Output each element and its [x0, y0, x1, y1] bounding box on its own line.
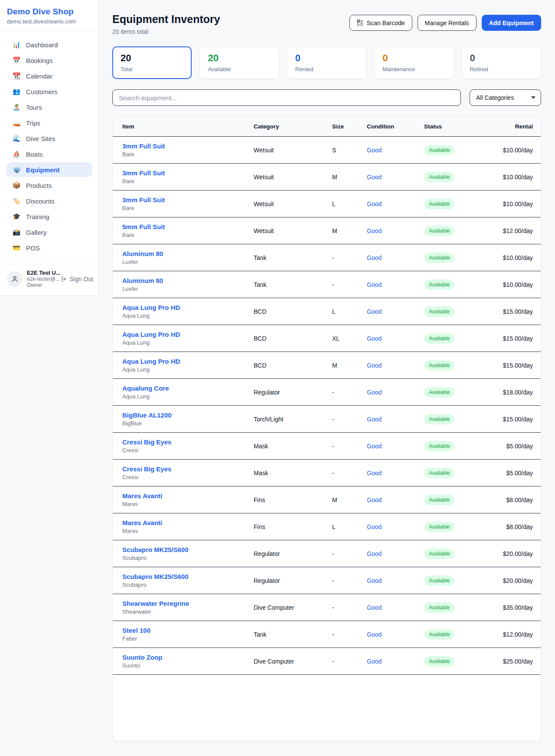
condition-link[interactable]: Good	[357, 147, 415, 154]
item-name-link[interactable]: Aqua Lung Pro HD	[122, 331, 244, 338]
item-name-link[interactable]: Scubapro MK25/S600	[122, 546, 244, 553]
sidebar-item-products[interactable]: 📦 Products	[6, 178, 92, 193]
item-brand: Bare	[122, 205, 244, 211]
item-cell: 3mm Full Suit Bare	[113, 142, 244, 158]
brand-domain: demo.test.divestreams.com	[7, 18, 91, 25]
category-cell: Regulator	[244, 577, 323, 584]
category-select[interactable]: All Categories	[470, 89, 541, 106]
item-name-link[interactable]: Mares Avanti	[122, 492, 244, 500]
condition-link[interactable]: Good	[357, 335, 415, 342]
condition-link[interactable]: Good	[357, 631, 415, 638]
condition-link[interactable]: Good	[357, 416, 415, 423]
sidebar-item-dive-sites[interactable]: 🌊 Dive Sites	[6, 131, 92, 146]
sidebar-item-label: Training	[26, 213, 49, 220]
page: Demo Dive Shop demo.test.divestreams.com…	[0, 0, 555, 756]
table-row: 5mm Full Suit Bare Wetsuit M Good Availa…	[113, 217, 541, 244]
item-name-link[interactable]: Suunto Zoop	[122, 654, 244, 661]
condition-link[interactable]: Good	[357, 389, 415, 396]
item-cell: Cressi Big Eyes Cressi	[113, 438, 244, 454]
manage-rentals-button[interactable]: Manage Rentals	[418, 15, 477, 31]
item-name-link[interactable]: 5mm Full Suit	[122, 223, 244, 230]
main-content: Equipment Inventory 20 items total Scan …	[112, 0, 541, 741]
rental-cell: $5.00/day	[501, 470, 541, 477]
sidebar-item-gallery[interactable]: 📸 Gallery	[6, 225, 92, 240]
item-name-link[interactable]: Steel 100	[122, 627, 244, 634]
condition-link[interactable]: Good	[357, 174, 415, 181]
stat-card-maintenance[interactable]: 0 Maintenance	[374, 46, 454, 79]
sidebar-item-calendar[interactable]: 📆 Calendar	[6, 69, 92, 83]
table-row: Aqua Lung Pro HD Aqua Lung BCD XL Good A…	[113, 325, 541, 352]
condition-link[interactable]: Good	[357, 201, 415, 207]
add-equipment-button[interactable]: Add Equipment	[482, 15, 541, 31]
status-cell: Available	[415, 629, 501, 640]
item-name-link[interactable]: Cressi Big Eyes	[122, 465, 244, 473]
item-name-link[interactable]: Aqua Lung Pro HD	[122, 304, 244, 311]
sidebar-item-bookings[interactable]: 📅 Bookings	[6, 53, 92, 68]
condition-link[interactable]: Good	[357, 470, 415, 477]
item-name-link[interactable]: 3mm Full Suit	[122, 196, 244, 204]
size-cell: -	[323, 577, 357, 584]
sidebar-item-boats[interactable]: ⛵ Boats	[6, 147, 92, 161]
item-name-link[interactable]: Scubapro MK25/S600	[122, 573, 244, 580]
status-cell: Available	[415, 656, 501, 667]
stat-value: 0	[382, 53, 445, 64]
item-name-link[interactable]: Aqua Lung Pro HD	[122, 358, 244, 365]
size-cell: S	[323, 147, 357, 154]
filters-bar: All Categories	[112, 89, 541, 106]
condition-link[interactable]: Good	[357, 308, 415, 315]
condition-link[interactable]: Good	[357, 227, 415, 234]
condition-link[interactable]: Good	[357, 658, 415, 665]
page-header-text: Equipment Inventory 20 items total	[112, 13, 220, 35]
item-name-link[interactable]: 3mm Full Suit	[122, 142, 244, 150]
sidebar-item-label: Dive Sites	[26, 135, 56, 142]
user-email: e2e-tester@...	[27, 276, 56, 282]
item-name-link[interactable]: Cressi Big Eyes	[122, 438, 244, 446]
search-input[interactable]	[112, 89, 461, 106]
condition-link[interactable]: Good	[357, 254, 415, 261]
category-cell: Wetsuit	[244, 147, 323, 154]
sign-out-label: Sign Out	[70, 276, 93, 283]
rental-cell: $10.00/day	[501, 147, 541, 154]
item-name-link[interactable]: BigBlue AL1200	[122, 411, 244, 419]
sidebar-item-label: Bookings	[26, 57, 53, 64]
item-cell: 3mm Full Suit Bare	[113, 169, 244, 184]
sidebar-item-equipment[interactable]: 🤿 Equipment	[6, 162, 92, 177]
stat-card-total[interactable]: 20 Total	[112, 46, 192, 79]
condition-link[interactable]: Good	[357, 362, 415, 369]
sidebar-item-icon: 👥	[12, 88, 21, 95]
scan-barcode-button[interactable]: Scan Barcode	[349, 15, 412, 31]
sidebar-item-label: Products	[26, 182, 52, 189]
item-name-link[interactable]: Aluminum 80	[122, 277, 244, 284]
condition-link[interactable]: Good	[357, 496, 415, 503]
stat-card-rented[interactable]: 0 Rented	[287, 46, 366, 79]
item-name-link[interactable]: 3mm Full Suit	[122, 169, 244, 177]
condition-link[interactable]: Good	[357, 281, 415, 288]
category-cell: Wetsuit	[244, 174, 323, 181]
sidebar-item-discounts[interactable]: 🏷️ Discounts	[6, 194, 92, 208]
item-name-link[interactable]: Aqualung Core	[122, 385, 244, 392]
condition-link[interactable]: Good	[357, 550, 415, 557]
item-name-link[interactable]: Mares Avanti	[122, 519, 244, 526]
user-box: E2E Test U... e2e-tester@... Owner Sign …	[0, 264, 98, 293]
condition-link[interactable]: Good	[357, 523, 415, 530]
item-cell: Aqualung Core Aqua Lung	[113, 385, 244, 400]
stat-card-retired[interactable]: 0 Retired	[462, 46, 541, 79]
sidebar-item-trips[interactable]: 🚤 Trips	[6, 115, 92, 130]
rental-cell: $18.00/day	[501, 389, 541, 396]
sidebar-item-training[interactable]: 🎓 Training	[6, 209, 92, 224]
item-brand: Bare	[122, 232, 244, 238]
item-name-link[interactable]: Aluminum 80	[122, 250, 244, 257]
condition-link[interactable]: Good	[357, 443, 415, 450]
size-cell: M	[323, 362, 357, 369]
sign-out-button[interactable]: Sign Out	[61, 276, 93, 283]
condition-link[interactable]: Good	[357, 604, 415, 611]
item-name-link[interactable]: Shearwater Peregrine	[122, 600, 244, 607]
table-row: Cressi Big Eyes Cressi Mask - Good Avail…	[113, 460, 541, 486]
sidebar-item-tours[interactable]: 🏝️ Tours	[6, 100, 92, 115]
stat-card-available[interactable]: 20 Available	[199, 46, 279, 79]
sidebar-item-pos[interactable]: 💳 POS	[6, 240, 92, 255]
condition-link[interactable]: Good	[357, 577, 415, 584]
sidebar-item-customers[interactable]: 👥 Customers	[6, 84, 92, 99]
sidebar-item-dashboard[interactable]: 📊 Dashboard	[6, 37, 92, 52]
sidebar-item-icon: 🏷️	[12, 197, 21, 205]
